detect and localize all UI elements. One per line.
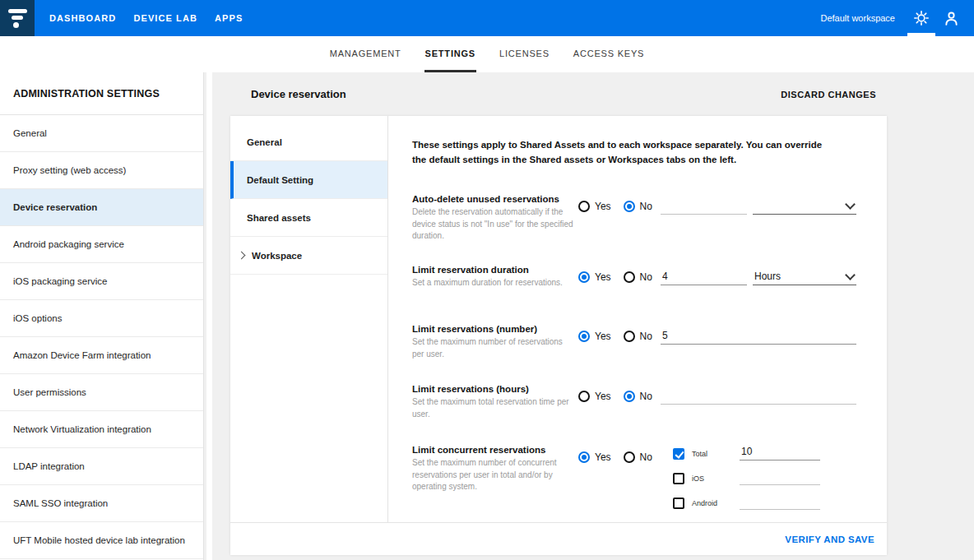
sidebar-item-uft-hosted-lab[interactable]: UFT Mobile hosted device lab integration	[0, 522, 203, 559]
radio-group: Yes No	[578, 451, 652, 463]
subnav-shared-assets[interactable]: Shared assets	[230, 199, 387, 237]
radio-label-no: No	[640, 271, 652, 283]
subnav-default-setting[interactable]: Default Setting	[230, 161, 387, 199]
radio-icon-selected[interactable]	[578, 271, 590, 283]
setting-row-limit-number: Limit reservations (number) Set the maxi…	[412, 324, 856, 390]
radio-option-yes[interactable]: Yes	[578, 391, 611, 402]
auto-delete-duration-input[interactable]	[661, 198, 747, 215]
max-hours-input[interactable]	[661, 388, 856, 405]
setting-label: Auto-delete unused reservations	[412, 194, 581, 204]
discard-changes-button[interactable]: DISCARD CHANGES	[781, 90, 876, 100]
radio-option-yes[interactable]: Yes	[578, 271, 611, 283]
radio-option-no[interactable]: No	[624, 391, 652, 402]
tab-settings[interactable]: SETTINGS	[424, 36, 476, 72]
radio-icon-unselected[interactable]	[624, 451, 635, 463]
settings-gear-icon[interactable]	[907, 0, 936, 36]
chevron-down-icon	[845, 199, 856, 210]
radio-option-no[interactable]: No	[624, 271, 652, 283]
reservation-subnav: General Default Setting Shared assets Wo…	[230, 116, 388, 522]
radio-label-yes: Yes	[595, 331, 611, 342]
radio-group: Yes No	[578, 201, 652, 212]
sidebar-item-ios-packaging[interactable]: iOS packaging service	[0, 263, 203, 300]
sidebar-scrollbar-track[interactable]	[206, 72, 212, 560]
subnav-workspace-label: Workspace	[252, 251, 302, 261]
radio-label-no: No	[640, 201, 652, 212]
radio-label-no: No	[640, 451, 652, 463]
setting-description: Delete the reservation automatically if …	[412, 206, 581, 243]
tab-licenses[interactable]: LICENSES	[499, 36, 550, 72]
card-footer: VERIFY AND SAVE	[230, 522, 887, 555]
radio-icon-unselected[interactable]	[578, 391, 590, 402]
radio-icon-unselected[interactable]	[578, 201, 590, 212]
radio-option-yes[interactable]: Yes	[578, 201, 611, 212]
sidebar-title: ADMINISTRATION SETTINGS	[0, 72, 203, 115]
radio-icon-unselected[interactable]	[624, 271, 635, 283]
page-header: Device reservation DISCARD CHANGES	[212, 72, 974, 116]
radio-label-yes: Yes	[595, 271, 611, 283]
max-reservations-input[interactable]: 5	[661, 328, 856, 345]
admin-tabs: MANAGEMENT SETTINGS LICENSES ACCESS KEYS	[0, 36, 974, 72]
person-icon	[944, 11, 959, 26]
nav-apps[interactable]: APPS	[215, 10, 243, 26]
radio-icon-selected[interactable]	[578, 331, 590, 342]
topbar-right: Default workspace	[821, 0, 974, 36]
setting-row-limit-duration: Limit reservation duration Set a maximum…	[412, 265, 856, 331]
radio-option-yes[interactable]: Yes	[578, 451, 611, 463]
total-checkbox-label: Total	[692, 450, 740, 458]
sidebar-item-saml-sso[interactable]: SAML SSO integration	[0, 485, 203, 522]
total-limit-input[interactable]: 10	[740, 446, 820, 460]
settings-card: General Default Setting Shared assets Wo…	[230, 116, 887, 555]
sidebar-item-network-virtualization[interactable]: Network Virtualization integration	[0, 411, 203, 448]
subnav-workspace[interactable]: Workspace	[230, 237, 387, 275]
radio-option-no[interactable]: No	[624, 201, 652, 212]
sidebar-item-general[interactable]: General	[0, 115, 203, 152]
sidebar-item-android-packaging[interactable]: Android packaging service	[0, 226, 203, 263]
duration-unit-select[interactable]: Hours	[753, 269, 856, 285]
nav-device-lab[interactable]: DEVICE LAB	[133, 10, 197, 26]
ios-limit-input[interactable]	[740, 470, 820, 485]
radio-icon-selected[interactable]	[624, 391, 635, 402]
verify-and-save-button[interactable]: VERIFY AND SAVE	[785, 535, 874, 544]
android-limit-input[interactable]	[740, 495, 820, 510]
radio-icon-selected[interactable]	[624, 201, 635, 212]
radio-option-no[interactable]: No	[624, 331, 652, 342]
android-checkbox-label: Android	[692, 499, 740, 507]
total-checkbox[interactable]	[673, 448, 684, 460]
chevron-right-icon	[238, 252, 246, 260]
limit-row-total: Total 10	[673, 448, 820, 460]
app-logo[interactable]	[0, 0, 35, 36]
radio-option-no[interactable]: No	[624, 451, 652, 463]
tab-access-keys[interactable]: ACCESS KEYS	[573, 36, 645, 72]
ios-checkbox[interactable]	[673, 473, 684, 484]
radio-option-yes[interactable]: Yes	[578, 331, 611, 342]
logo-funnel-icon	[8, 9, 27, 13]
limit-row-android: Android	[673, 498, 820, 509]
sidebar-item-ldap[interactable]: LDAP integration	[0, 448, 203, 485]
workspace-selector[interactable]: Default workspace	[821, 13, 896, 23]
subnav-general[interactable]: General	[230, 123, 387, 161]
setting-label: Limit reservations (number)	[412, 324, 581, 334]
nav-dashboard[interactable]: DASHBOARD	[49, 10, 116, 26]
radio-label-no: No	[640, 331, 652, 342]
auto-delete-unit-select[interactable]	[753, 198, 856, 215]
tab-management[interactable]: MANAGEMENT	[329, 36, 402, 72]
user-account-icon[interactable]	[936, 0, 966, 36]
main-content: Device reservation DISCARD CHANGES Gener…	[212, 72, 974, 560]
sidebar-item-user-permissions[interactable]: User permissions	[0, 374, 203, 411]
radio-icon-unselected[interactable]	[624, 331, 635, 342]
sidebar-item-amazon-device-farm[interactable]: Amazon Device Farm integration	[0, 337, 203, 374]
radio-icon-selected[interactable]	[578, 451, 590, 463]
sidebar-item-device-reservation[interactable]: Device reservation	[0, 189, 203, 226]
duration-value-input[interactable]: 4	[661, 269, 747, 285]
radio-label-no: No	[640, 391, 652, 402]
sidebar-item-ios-options[interactable]: iOS options	[0, 300, 203, 337]
sidebar-item-proxy-setting[interactable]: Proxy setting (web access)	[0, 152, 203, 189]
setting-label: Limit reservations (hours)	[412, 384, 581, 394]
setting-label: Limit reservation duration	[412, 265, 581, 275]
settings-sidebar: ADMINISTRATION SETTINGS General Proxy se…	[0, 72, 204, 560]
page-title: Device reservation	[251, 88, 346, 100]
setting-row-limit-hours: Limit reservations (hours) Set the maxim…	[412, 384, 856, 450]
android-checkbox[interactable]	[673, 498, 684, 509]
default-settings-form: These settings apply to Shared Assets an…	[389, 116, 887, 522]
limit-row-ios: iOS	[673, 473, 820, 484]
